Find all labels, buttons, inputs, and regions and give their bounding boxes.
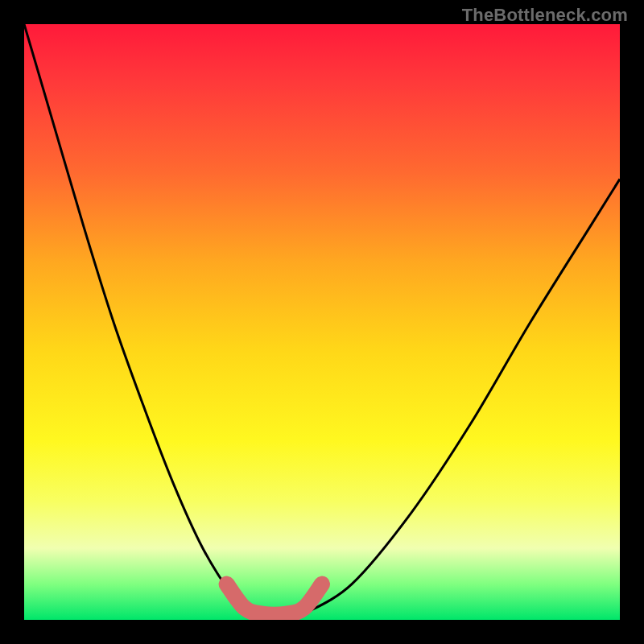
left-curve (24, 24, 250, 614)
plot-area (24, 24, 620, 620)
right-curve (304, 179, 620, 613)
chart-frame: TheBottleneck.com (0, 0, 644, 644)
curve-layer (24, 24, 620, 620)
watermark-text: TheBottleneck.com (462, 5, 628, 26)
bottom-accent (227, 584, 322, 615)
